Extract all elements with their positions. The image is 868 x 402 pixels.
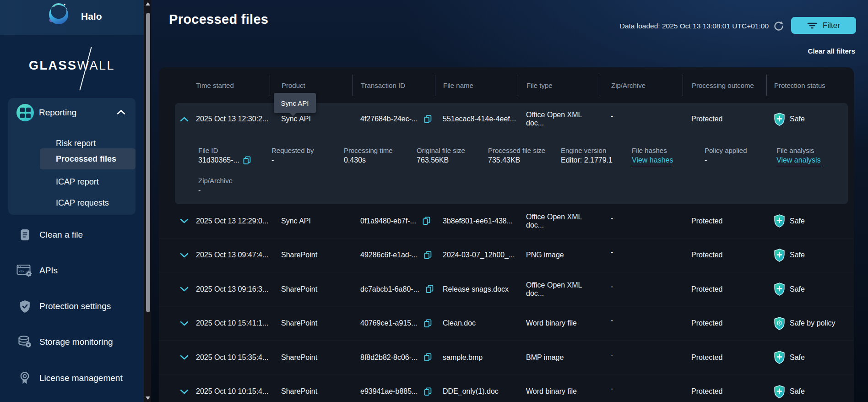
database-icon (16, 334, 33, 350)
shield-plus-icon (774, 282, 785, 296)
cell-time: 2025 Oct 10 10:15:4... (196, 387, 270, 396)
clear-all-filters-link[interactable]: Clear all filters (808, 47, 855, 55)
column-header-file-type: File type (517, 75, 599, 96)
cell-time: 2025 Oct 13 12:29:0... (196, 217, 270, 225)
cell-product: Sync API (270, 115, 353, 123)
sidebar-item-icap-requests[interactable]: ICAP requests (8, 194, 136, 212)
shield-plus-icon (774, 249, 785, 262)
page-scrollbar[interactable] (144, 0, 151, 402)
detail-file-analysis: File analysis View analysis (776, 146, 848, 166)
copy-icon[interactable] (424, 319, 432, 328)
copy-icon[interactable] (243, 156, 251, 165)
cell-outcome: Protected (683, 353, 766, 362)
expand-chevron-down-icon[interactable] (180, 218, 189, 223)
table-row[interactable]: 2025 Oct 10 15:41:1... SharePoint 40769c… (159, 307, 854, 341)
sidebar-item-reporting[interactable]: Reporting (8, 103, 136, 123)
cell-time: 2025 Oct 10 15:41:1... (196, 319, 270, 327)
reporting-panel: Reporting Risk report Processed files IC… (8, 98, 136, 215)
shield-gear-icon (774, 317, 785, 330)
copy-icon[interactable] (423, 217, 430, 225)
file-icon (16, 227, 33, 243)
cell-transaction: 40769ce1-a915... (353, 319, 435, 328)
sidebar-item-apis[interactable]: </> APIs (0, 259, 144, 282)
expand-chevron-down-icon[interactable] (180, 253, 189, 258)
collapse-chevron-up-icon[interactable] (180, 117, 189, 122)
column-header-protection-status: Protection status (766, 75, 854, 96)
cell-time: 2025 Oct 13 09:16:3... (196, 285, 270, 293)
status-label: Safe by policy (790, 319, 835, 327)
halo-moon-logo-icon (45, 3, 72, 28)
filter-icon (807, 22, 817, 29)
column-header-file-name: File name (435, 75, 517, 96)
shield-plus-icon (774, 214, 785, 228)
cell-file-name: 551ecac8-414e-4eef... (435, 115, 517, 123)
cell-status: Safe (766, 214, 854, 228)
cell-file-name: DDE_only(1).doc (435, 387, 517, 396)
sidebar-item-label: Protection settings (39, 301, 111, 311)
cell-file-name: sample.bmp (435, 353, 517, 362)
cell-time: 2025 Oct 10 15:35:4... (196, 353, 270, 362)
cell-file-name: 2024-03-07_12h00_... (435, 251, 517, 259)
cell-status: Safe (766, 282, 854, 296)
sidebar-item-protection-settings[interactable]: Protection settings (0, 294, 144, 318)
view-hashes-link[interactable]: View hashes (632, 155, 673, 166)
copy-icon[interactable] (424, 251, 432, 260)
sidebar-item-processed-files[interactable]: Processed files (40, 148, 136, 169)
sidebar-item-storage-monitoring[interactable]: Storage monitoring (0, 330, 144, 354)
table-row[interactable]: 2025 Oct 10 15:35:4... SharePoint 8f8d2b… (159, 341, 854, 375)
cell-file-type: Word binary file (517, 319, 599, 327)
expand-chevron-down-icon[interactable] (180, 321, 189, 326)
expand-chevron-down-icon[interactable] (180, 389, 189, 394)
column-header-time-started: Time started (196, 75, 270, 96)
sidebar-item-icap-report[interactable]: ICAP report (8, 173, 136, 190)
cell-zip: - (599, 115, 683, 123)
filter-button[interactable]: Filter (791, 17, 856, 34)
shield-plus-icon (774, 113, 785, 126)
sidebar-item-label: APIs (39, 266, 58, 276)
glasswall-logo-light: WALL (77, 59, 115, 72)
copy-icon[interactable] (426, 285, 434, 293)
cell-outcome: Protected (683, 319, 766, 327)
brand-name: Halo (81, 11, 102, 22)
sidebar-item-license-management[interactable]: License management (0, 366, 144, 390)
cell-product: SharePoint (270, 353, 353, 362)
chevron-up-icon[interactable] (117, 109, 125, 115)
cell-file-name: Release snags.docx (435, 285, 517, 293)
cell-file-name: 3b8ef801-ee61-438... (435, 217, 517, 225)
product-tooltip: Sync API (274, 93, 316, 113)
reporting-grid-icon (16, 104, 34, 121)
view-analysis-link[interactable]: View analysis (776, 155, 821, 166)
scrollbar-down-arrow-icon[interactable] (146, 397, 150, 400)
glasswall-logo: GLASSWALL (0, 59, 144, 73)
scrollbar-thumb[interactable] (146, 13, 150, 312)
glasswall-logo-bold: GLASS (29, 59, 77, 72)
copy-icon[interactable] (424, 387, 432, 396)
expand-chevron-down-icon[interactable] (180, 287, 189, 292)
cell-transaction: e93941ae-b885... (353, 387, 435, 396)
cell-status: Safe (766, 249, 854, 262)
api-window-gear-icon: </> (16, 262, 33, 279)
table-row[interactable]: 2025 Oct 13 09:16:3... SharePoint dc7abc… (159, 272, 854, 307)
page-title: Processed files (169, 12, 268, 27)
column-header-transaction-id: Transaction ID (353, 75, 435, 96)
cell-file-type: Office Open XML doc... (517, 213, 599, 229)
table-row[interactable]: 2025 Oct 13 12:29:0... Sync API 0f1a9480… (159, 204, 854, 239)
cell-transaction: dc7abcb1-6a80-... (353, 285, 435, 293)
expanded-details-row: File ID 31d30365-... Requested by - Proc… (175, 146, 848, 166)
cell-outcome: Protected (683, 285, 766, 293)
cell-status: Safe (766, 113, 848, 126)
expanded-details-row-2: Zip/Archive - (175, 176, 848, 196)
table-row[interactable]: 2025 Oct 10 10:15:4... SharePoint e93941… (159, 375, 854, 402)
refresh-icon[interactable] (773, 20, 785, 32)
scrollbar-up-arrow-icon[interactable] (146, 2, 150, 5)
cell-transaction: 0f1a9480-eb7f-... (353, 217, 435, 225)
copy-icon[interactable] (424, 353, 432, 362)
sidebar-item-clean-a-file[interactable]: Clean a file (0, 223, 144, 247)
status-label: Safe (790, 285, 805, 293)
table-row[interactable]: 2025 Oct 13 09:47:4... SharePoint 49286c… (159, 239, 854, 273)
detail-processed-file-size: Processed file size 735.43KB (488, 146, 561, 166)
column-header-zip-archive: Zip/Archive (599, 75, 683, 96)
copy-icon[interactable] (424, 115, 432, 124)
cell-status: Safe (766, 385, 854, 398)
expand-chevron-down-icon[interactable] (180, 355, 189, 360)
